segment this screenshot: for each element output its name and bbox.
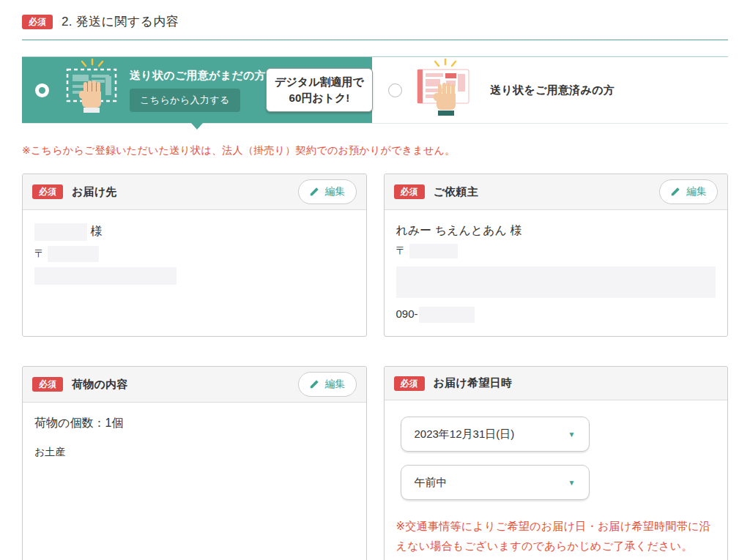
package-card-body: 荷物の個数：1個 お土産 [23,403,366,560]
sparkle-icon [82,59,103,66]
pencil-icon [670,187,680,197]
sender-name: れみー ちえんとあん 様 [396,223,716,239]
page-title: 2. 発送に関する内容 [62,13,179,30]
radio-waybill-ready[interactable] [388,83,402,97]
delivery-date-select[interactable]: 2023年12月31日(日) ▼ [401,417,590,452]
recipient-card: 必須 お届け先 編集 様 〒 [22,173,367,337]
sender-card-title: ご依頼主 [434,185,479,199]
redacted-recipient-name [34,223,87,241]
section-header: 必須 2. 発送に関する内容 [22,13,728,40]
enter-here-button[interactable]: こちらから入力する [130,89,240,112]
waybill-filled-illustration [411,58,478,122]
option-waybill-not-ready[interactable]: 送り状のご用意がまだの方 こちらから入力する デジタル割適用で 60円おトク! [22,57,372,123]
sparkle-icon [435,59,456,66]
option-ready-label: 送り状をご用意済みの方 [490,83,615,97]
package-card-header: 必須 荷物の内容 編集 [23,367,366,403]
required-badge: 必須 [394,376,425,391]
pencil-icon [309,187,319,197]
recipient-card-title: お届け先 [72,185,117,199]
promo-line2: 60円おトク! [289,92,350,104]
redacted-sender-phone [419,307,475,323]
package-edit-button[interactable]: 編集 [298,372,357,397]
delivery-date-value: 2023年12月31日(日) [415,428,515,441]
delivery-traffic-note: ※交通事情等によりご希望のお届け日・お届け希望時間帯に沿えない場合もございますの… [396,516,716,556]
promo-line1: デジタル割適用で [275,75,364,88]
required-badge: 必須 [32,377,63,392]
waybill-choice-banner: 送り状のご用意がまだの方 こちらから入力する デジタル割適用で 60円おトク! [22,56,728,124]
chevron-down-icon: ▼ [568,430,576,438]
edit-button-label: 編集 [325,185,346,198]
recipient-honorific: 様 [90,225,102,237]
chevron-down-icon: ▼ [568,479,576,487]
package-count: 荷物の個数：1個 [34,416,354,431]
recipient-card-body: 様 〒 [23,210,366,336]
redacted-sender-address [396,266,716,298]
shipping-section: 必須 2. 発送に関する内容 [0,0,750,560]
summary-cards: 必須 お届け先 編集 様 〒 必須 [22,173,728,560]
required-badge: 必須 [22,15,53,29]
redacted-recipient-zip [48,246,99,262]
postal-mark: 〒 [396,244,406,256]
required-badge: 必須 [32,184,63,199]
postal-mark: 〒 [34,247,45,259]
edit-button-label: 編集 [325,378,346,391]
sender-card-header: 必須 ご依頼主 編集 [385,174,728,210]
sender-edit-button[interactable]: 編集 [659,179,718,204]
sender-card-body: れみー ちえんとあん 様 〒 090- [385,210,728,336]
sender-card: 必須 ご依頼主 編集 れみー ちえんとあん 様 〒 090- [384,173,729,337]
digital-discount-promo: デジタル割適用で 60円おトク! [266,68,373,112]
redacted-sender-zip [409,244,458,258]
package-card: 必須 荷物の内容 編集 荷物の個数：1個 お土産 [22,366,367,560]
radio-waybill-not-ready[interactable] [35,83,49,97]
package-card-title: 荷物の内容 [72,378,128,392]
option-waybill-ready[interactable]: 送り状をご用意済みの方 [372,57,728,123]
delivery-datetime-card-body: 2023年12月31日(日) ▼ 午前中 ▼ ※交通事情等によりご希望のお届け日… [385,400,728,560]
recipient-edit-button[interactable]: 編集 [298,179,357,204]
redacted-recipient-address [34,267,177,285]
edit-button-label: 編集 [686,185,707,198]
delivery-time-value: 午前中 [415,476,448,490]
sender-phone-prefix: 090- [396,307,418,320]
delivery-datetime-card-header: 必須 お届け希望日時 [385,367,728,400]
waybill-blank-illustration [59,59,124,122]
pencil-icon [309,379,319,389]
recipient-card-header: 必須 お届け先 編集 [23,174,366,210]
package-item: お土産 [34,446,354,459]
delivery-time-select[interactable]: 午前中 ▼ [401,465,590,500]
option-not-ready-label: 送り状のご用意がまだの方 [130,69,266,83]
required-badge: 必須 [394,184,425,199]
corporate-contract-warning: ※こちらからご登録いただいた送り状は、法人（掛売り）契約でのお預かりができません… [22,144,728,157]
delivery-datetime-card: 必須 お届け希望日時 2023年12月31日(日) ▼ 午前中 ▼ ※交通事情等… [384,366,729,560]
delivery-datetime-card-title: お届け希望日時 [434,376,513,390]
